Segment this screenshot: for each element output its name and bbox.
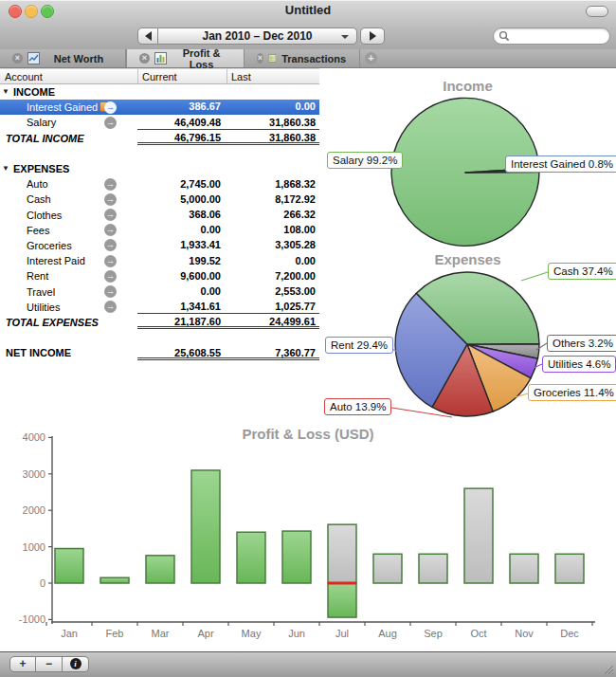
x-axis-month-label: Feb <box>106 628 124 639</box>
pie-callout-others: Others 3.2% <box>547 335 616 352</box>
bar-aug-projected[interactable] <box>373 554 402 583</box>
pie-callout-interest-gained: Interest Gained 0.8% <box>505 156 616 173</box>
date-range-dropdown[interactable]: Jan 2010 – Dec 2010 <box>158 27 357 45</box>
pie-callout-groceries: Groceries 11.4% <box>528 384 616 401</box>
y-axis-tick-label: 2000 <box>23 504 45 516</box>
tab-net-worth[interactable]: × Net Worth <box>0 49 126 67</box>
toolbar-toggle-button[interactable] <box>586 6 608 17</box>
tab-label: Net Worth <box>45 53 125 64</box>
y-axis-tick-label: -1000 <box>19 613 45 625</box>
bottom-bar: + − i <box>0 651 616 677</box>
x-axis-month-label: Jul <box>335 628 349 639</box>
bar-sep-projected[interactable] <box>419 554 447 583</box>
window-title: Untitled <box>0 3 616 17</box>
tab-profit-loss[interactable]: × Profit & Loss <box>126 49 245 67</box>
bar-chart-icon <box>154 52 167 64</box>
bar-apr-actual[interactable] <box>191 470 220 583</box>
next-period-button[interactable] <box>360 27 385 45</box>
date-range-control: Jan 2010 – Dec 2010 <box>137 27 385 45</box>
x-axis-month-label: Aug <box>378 628 397 639</box>
ledger-icon <box>268 52 276 64</box>
search-input[interactable] <box>493 27 610 45</box>
left-arrow-icon <box>145 31 152 41</box>
search-icon <box>498 30 510 42</box>
close-tab-icon[interactable]: × <box>257 53 263 64</box>
x-axis-month-label: Dec <box>560 628 579 639</box>
toolbar: Jan 2010 – Dec 2010 <box>0 21 616 49</box>
add-tab-button[interactable]: + <box>365 52 377 64</box>
bar-jan-actual[interactable] <box>55 549 83 583</box>
pie-callout-auto: Auto 13.9% <box>324 398 391 415</box>
bar-jul-projected[interactable] <box>328 524 356 583</box>
resize-grip[interactable] <box>601 662 614 675</box>
tab-transactions[interactable]: × Transactions <box>245 49 360 67</box>
content-area: Account Current Last ▼INCOMEInterest Gai… <box>0 68 616 651</box>
title-bar: Untitled <box>0 0 616 21</box>
income-chart-title: Income <box>319 78 616 94</box>
prev-period-button[interactable] <box>137 27 158 45</box>
info-icon: i <box>70 658 82 669</box>
close-tab-icon[interactable]: × <box>12 53 23 64</box>
pie-callout-utilities: Utilities 4.6% <box>542 356 616 373</box>
segmented-control: + − i <box>9 656 89 672</box>
bar-mar-actual[interactable] <box>146 556 174 583</box>
bar-jun-actual[interactable] <box>282 531 311 583</box>
x-axis-month-label: Nov <box>515 628 534 639</box>
remove-button[interactable]: − <box>36 656 63 672</box>
x-axis-month-label: Apr <box>197 628 213 639</box>
right-arrow-icon <box>370 31 376 41</box>
add-button[interactable]: + <box>9 656 36 672</box>
bar-chart-title: Profit & Loss (USD) <box>0 426 616 442</box>
tab-label: Profit & Loss <box>172 47 244 70</box>
tab-label: Transactions <box>281 53 359 64</box>
bar-may-actual[interactable] <box>237 532 265 583</box>
y-axis-tick-label: 3000 <box>23 468 45 480</box>
pie-callout-rent: Rent 29.4% <box>325 337 393 354</box>
line-chart-icon <box>27 52 40 64</box>
tab-bar: × Net Worth × Profit & Loss × <box>0 49 616 68</box>
y-axis-tick-label: 0 <box>40 577 45 589</box>
x-axis-month-label: Jan <box>61 628 78 639</box>
x-axis-month-label: Mar <box>152 628 170 639</box>
x-axis-month-label: Sep <box>424 628 443 639</box>
pie-callout-cash: Cash 37.4% <box>548 263 616 280</box>
bar-nov-projected[interactable] <box>510 554 538 583</box>
info-button[interactable]: i <box>63 656 89 672</box>
x-axis-month-label: Oct <box>470 628 486 639</box>
date-range-label: Jan 2010 – Dec 2010 <box>202 29 312 43</box>
close-tab-icon[interactable]: × <box>139 53 150 64</box>
y-axis-tick-label: 1000 <box>23 541 45 553</box>
bar-dec-projected[interactable] <box>555 554 584 583</box>
bar-oct-projected[interactable] <box>464 488 493 583</box>
app-window: Untitled Jan 2010 – Dec 2010 × <box>0 0 616 677</box>
chevron-down-icon <box>341 35 349 39</box>
zero-marker-line <box>328 582 356 585</box>
pie-callout-salary: Salary 99.2% <box>327 152 403 169</box>
x-axis-month-label: May <box>242 628 262 639</box>
x-axis-month-label: Jun <box>288 628 305 639</box>
window-chrome: Untitled Jan 2010 – Dec 2010 <box>0 0 616 50</box>
bar-jul-actual[interactable] <box>328 583 356 617</box>
bar-feb-actual[interactable] <box>100 577 129 583</box>
